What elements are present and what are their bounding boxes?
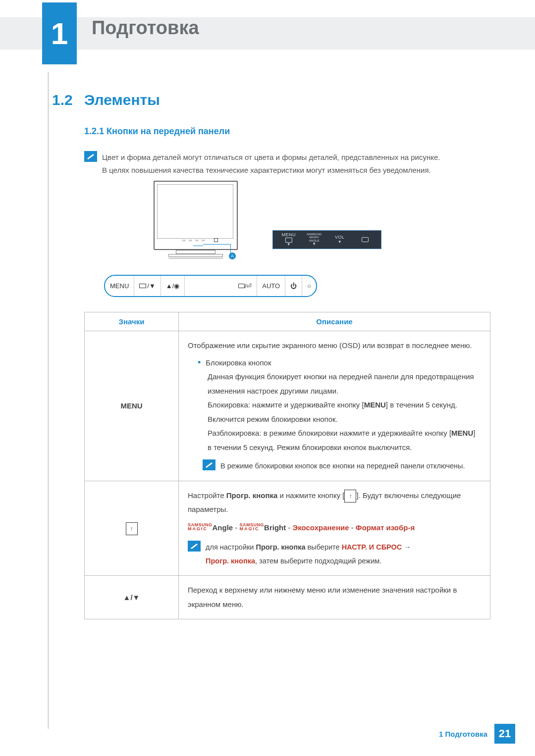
bezel-power-icon	[214, 238, 218, 242]
legend-custom-down: /▼	[134, 276, 161, 296]
note-icon	[84, 151, 97, 162]
custom-desc-note: для настройки Прогр. кнопка выберите НАС…	[188, 541, 481, 568]
callout-leader-2	[193, 246, 203, 252]
custom-desc-options: SAMSUNGMAGICAngle - SAMSUNGMAGICBright -…	[188, 521, 481, 535]
legend-auto: AUTO	[257, 276, 285, 296]
legend-source: /⏎	[233, 276, 258, 296]
custom-desc-note-text: для настройки Прогр. кнопка выберите НАС…	[206, 541, 481, 568]
section-number: 1.2	[52, 92, 73, 108]
panel-vol: VOL ▼	[328, 235, 352, 245]
monitor-diagram: ▭ ▭ ▭ ▭ A MENU ▼ SAMSUNG MAGIC ANGLE ▼ V…	[154, 181, 386, 275]
legend-menu: MENU	[105, 276, 134, 296]
note-icon	[188, 541, 201, 552]
panel-magic: SAMSUNG MAGIC ANGLE ▼	[303, 233, 326, 247]
legend-led-icon: ○	[302, 276, 316, 296]
callout-marker-a: A	[229, 252, 236, 259]
icon-cell-custom: ↑	[85, 481, 179, 576]
th-icons: Значки	[85, 312, 179, 331]
bullet-icon: •	[198, 357, 201, 367]
menu-desc-bullet: Блокировка кнопок	[206, 358, 271, 367]
menu-desc-note: В режиме блокировки кнопок все кнопки на…	[188, 459, 481, 473]
menu-desc-p3: Блокировка: нажмите и удерживайте кнопку…	[188, 398, 481, 426]
callout-leader	[203, 244, 231, 256]
bezel-icons: ▭ ▭ ▭ ▭	[182, 238, 206, 242]
icons-description-table: Значки Описание MENU Отображение или скр…	[84, 312, 490, 619]
panel-source	[354, 237, 377, 242]
note-icon	[203, 459, 215, 470]
table-row-custom: ↑ Настройте Прогр. кнопка и нажмите кноп…	[85, 481, 490, 576]
panel-samsung-label: SAMSUNG	[307, 233, 321, 236]
desc-cell-menu: Отображение или скрытие экранного меню (…	[179, 331, 490, 481]
panel-menu-label: MENU	[282, 233, 296, 238]
monitor-base-line	[168, 257, 223, 258]
footer-page-number: 21	[494, 724, 515, 744]
menu-desc-p2: Данная функция блокирует кнопки на перед…	[188, 370, 481, 398]
icon-cell-updown: ▲/▼	[85, 576, 179, 619]
legend-power-icon: ⏻	[285, 276, 302, 296]
vertical-rule	[48, 72, 49, 729]
legend-up-enter: ▲/◉	[161, 276, 185, 296]
top-note: Цвет и форма деталей могут отличаться от…	[84, 151, 490, 176]
footer-label: 1 Подготовка	[439, 730, 487, 738]
top-note-line1: Цвет и форма деталей могут отличаться от…	[102, 151, 490, 164]
table-row-updown: ▲/▼ Переход к верхнему или нижнему меню …	[85, 576, 490, 619]
menu-desc-p4: Разблокировка: в режиме блокировки нажми…	[188, 426, 481, 454]
page-footer: 1 Подготовка 21	[439, 724, 515, 744]
chapter-title: Подготовка	[92, 17, 199, 39]
subsection-title: 1.2.1 Кнопки на передней панели	[84, 126, 230, 137]
panel-menu: MENU ▼	[277, 233, 301, 247]
section-title: Элементы	[84, 92, 160, 108]
chapter-number-tab: 1	[42, 2, 77, 64]
icon-cell-menu: MENU	[85, 331, 179, 481]
table-row-menu: MENU Отображение или скрытие экранного м…	[85, 331, 490, 481]
desc-cell-updown: Переход к верхнему или нижнему меню или …	[179, 576, 490, 619]
monitor-screen	[157, 184, 233, 239]
button-row-legend: MENU /▼ ▲/◉ /⏎ AUTO ⏻ ○	[104, 275, 317, 297]
panel-magic-label: MAGIC	[309, 236, 319, 239]
th-description: Описание	[179, 312, 490, 331]
top-note-line2: В целях повышения качества технические х…	[102, 164, 490, 177]
menu-desc-p1: Отображение или скрытие экранного меню (…	[188, 339, 481, 353]
menu-desc-note-text: В режиме блокировки кнопок все кнопки на…	[220, 459, 481, 473]
front-panel-strip: MENU ▼ SAMSUNG MAGIC ANGLE ▼ VOL ▼	[272, 230, 381, 249]
custom-desc-p1: Настройте Прогр. кнопка и нажмите кнопку…	[188, 489, 481, 517]
desc-cell-custom: Настройте Прогр. кнопка и нажмите кнопку…	[179, 481, 490, 576]
header-band	[0, 17, 535, 50]
